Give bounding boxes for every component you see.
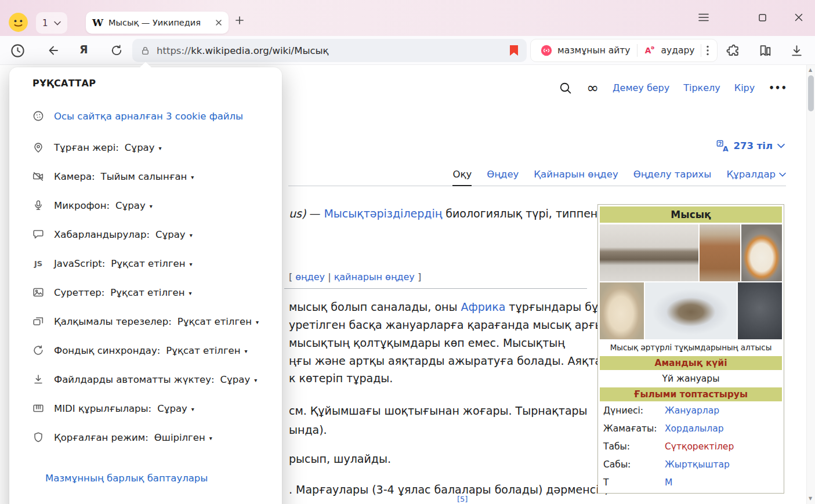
permission-value-dropdown[interactable]: Рұқсат етілген▾: [110, 287, 191, 298]
permissions-list: Тұрған жері:Сұрау▾ Камера:Тыйым салынған…: [9, 133, 282, 452]
background-sync-icon: [31, 344, 45, 357]
more-options-button[interactable]: •••: [769, 83, 787, 93]
taxonomy-value-redlink[interactable]: Сүтқоректілер: [665, 441, 734, 452]
tab-edit-source[interactable]: Қайнарын өңдеу: [534, 169, 618, 180]
read-aloud-button[interactable]: мазмұнын айту: [534, 39, 637, 61]
taxonomy-value-link[interactable]: Хордалылар: [665, 423, 724, 434]
permission-label: Суреттер:: [54, 287, 104, 298]
infobox-status-value: Үй жануары: [600, 370, 782, 387]
browser-window: 1 W Мысық — Уикипедия: [0, 0, 815, 504]
tab-close-icon[interactable]: [215, 19, 222, 26]
protected-mode-shield-icon: [31, 431, 45, 444]
hamburger-menu-icon: [698, 13, 709, 21]
bookmark-flag-icon[interactable]: [509, 45, 519, 56]
taxonomy-label: Табы:: [603, 441, 665, 452]
address-bar[interactable]: https://kk.wikipedia.org/wiki/Мысық: [132, 39, 527, 62]
donate-link[interactable]: Демеу беру: [613, 82, 669, 93]
language-count-label: 273 тіл: [734, 140, 773, 151]
dropdown-caret-icon: ▾: [191, 406, 194, 412]
profile-avatar[interactable]: [8, 12, 28, 32]
tab-edit[interactable]: Өңдеу: [487, 169, 519, 180]
infobox: Мысық Мысық әртүрлі тұқымдарының алтысы …: [597, 204, 784, 494]
cat-photo-tabby-lying[interactable]: [600, 224, 698, 281]
permission-row-images: Суреттер:Рұқсат етілген▾: [9, 278, 282, 307]
section-edit-source-link[interactable]: қайнарын өңдеу: [334, 271, 415, 282]
article-line: . Марғаулары (3-4 ұялас балалары болады)…: [289, 483, 608, 496]
register-link[interactable]: Тіркелу: [683, 82, 720, 93]
permission-value-dropdown[interactable]: Рұқсат етілген▾: [166, 345, 247, 356]
tab-tools[interactable]: Құралдар: [726, 169, 786, 180]
url-text[interactable]: https://kk.wikipedia.org/wiki/Мысық: [157, 45, 329, 56]
taxonomy-value-link[interactable]: Жыртқыштар: [665, 459, 730, 470]
cat-photo-gray[interactable]: [738, 282, 782, 339]
tab-group-chip[interactable]: 1: [36, 12, 67, 34]
permission-label: Файлдарды автоматты жүктеу:: [54, 374, 215, 385]
downloads-button[interactable]: [789, 43, 804, 58]
appearance-icon[interactable]: ∞: [586, 82, 599, 94]
cookies-link[interactable]: Осы сайтқа арналған 3 cookie файлы: [54, 111, 243, 122]
permission-value-dropdown[interactable]: Сұрау▾: [157, 403, 194, 414]
chevron-down-icon: [779, 172, 786, 177]
scroll-up-icon[interactable]: ▲: [809, 67, 812, 72]
scrollbar-thumb[interactable]: [808, 75, 814, 111]
scroll-down-icon[interactable]: ▼: [809, 496, 812, 501]
section-edit-link[interactable]: өңдеу: [295, 271, 325, 282]
language-selector-button[interactable]: A 273 тіл: [716, 139, 785, 153]
address-bar-menu-button[interactable]: [701, 39, 714, 61]
taxonomy-label: Жамағаты:: [603, 423, 665, 434]
login-link[interactable]: Кіру: [734, 82, 755, 93]
permission-value-dropdown[interactable]: Сұрау▾: [115, 200, 153, 211]
article-link[interactable]: Мысықтәрізділердің: [324, 207, 442, 220]
search-icon[interactable]: [558, 81, 573, 95]
permission-value-dropdown[interactable]: Сұрау▾: [155, 229, 193, 240]
infobox-photo-grid: [600, 224, 782, 339]
taxonomy-label: Дүниесі:: [603, 405, 665, 416]
dropdown-caret-icon: ▾: [256, 319, 259, 325]
tab-history[interactable]: Өңделу тарихы: [633, 169, 712, 180]
cat-photo-white-orange[interactable]: [741, 224, 782, 281]
taxonomy-value-link[interactable]: Жануарлар: [665, 405, 719, 416]
camera-off-icon: [31, 170, 45, 183]
collections-button[interactable]: [758, 43, 773, 58]
permission-value-dropdown[interactable]: Өшірілген▾: [154, 432, 212, 443]
permission-value-dropdown[interactable]: Сұрау▾: [220, 374, 258, 385]
reference-link[interactable]: [5]: [457, 495, 468, 503]
maximize-button[interactable]: [755, 10, 770, 25]
permission-value-dropdown[interactable]: Сұрау▾: [125, 142, 162, 153]
yandex-button[interactable]: Я: [79, 43, 88, 56]
tab-read[interactable]: Оқу: [452, 169, 472, 180]
javascript-icon: JS: [31, 259, 45, 268]
browser-tab[interactable]: W Мысық — Уикипедия: [86, 12, 229, 34]
new-tab-button[interactable]: [235, 16, 244, 25]
lock-icon[interactable]: [140, 45, 151, 56]
window-menu-button[interactable]: [696, 10, 711, 25]
permission-value-dropdown[interactable]: Рұқсат етілген▾: [178, 316, 259, 327]
translate-button[interactable]: А ә аудару: [637, 39, 701, 61]
history-button[interactable]: [10, 43, 26, 59]
article-link[interactable]: Африка: [461, 300, 506, 313]
permission-label: Камера:: [54, 171, 95, 182]
cat-photo-cream[interactable]: [600, 282, 644, 339]
back-button[interactable]: [46, 43, 60, 57]
reload-button[interactable]: [110, 43, 124, 57]
permission-row-midi: MIDI құрылғылары:Сұрау▾: [9, 394, 282, 423]
page-scrollbar[interactable]: ▲ ▼: [806, 65, 815, 504]
cat-photo-abyssinian[interactable]: [700, 224, 740, 281]
taxonomy-row: Жамағаты: Хордалылар: [600, 419, 782, 437]
svg-text:ә: ә: [650, 44, 654, 50]
taxonomy-value-link[interactable]: М: [665, 477, 672, 488]
images-icon: [31, 286, 45, 299]
permission-value-dropdown[interactable]: Рұқсат етілген▾: [111, 258, 192, 269]
article-line: ңғы және артқы аяқтарды ажыратуға болады…: [289, 354, 617, 367]
plus-icon: [235, 16, 244, 25]
url-host-path: kk.wikipedia.org/wiki/Мысық: [191, 45, 328, 56]
extensions-button[interactable]: [726, 43, 741, 58]
permission-label: Фондық синхрондау:: [54, 345, 160, 356]
notifications-icon: [31, 228, 45, 241]
permission-value-dropdown[interactable]: Тыйым салынған▾: [101, 171, 194, 182]
close-window-button[interactable]: [791, 10, 806, 25]
all-content-settings-link[interactable]: Мазмұнның барлық баптаулары: [45, 473, 208, 484]
article-line: ында).: [289, 423, 327, 436]
cat-photo-tabby-snow[interactable]: [645, 282, 737, 339]
translate-icon: А ә: [644, 44, 657, 57]
